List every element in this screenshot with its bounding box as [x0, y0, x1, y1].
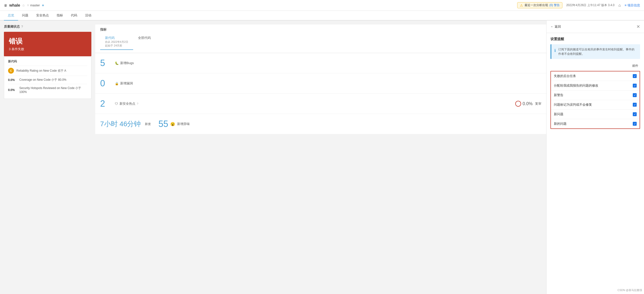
review-label: 复审 [535, 102, 542, 106]
notif-checkbox-3[interactable] [633, 103, 637, 107]
vuln-label: 🔒 新增漏洞 [115, 81, 133, 86]
back-button[interactable]: ← 返回 [550, 25, 561, 29]
quality-gate-title: 质量阈状态 ? [4, 25, 91, 29]
bugs-label: 🐛 新增Bugs [115, 61, 134, 65]
metric-item-vulnerabilities: 0 🔒 新增漏洞 [95, 73, 546, 94]
smells-icon: 😮 [170, 122, 175, 126]
metric-item-bugs: 5 🐛 新增Bugs [95, 53, 546, 73]
metrics-panel: 指标 新代码 自从 2022年4月2日起始于 24天前 全部代码 5 🐛 新增B… [95, 25, 546, 134]
notif-label-0: 失败的后台任务 [554, 74, 576, 78]
nav-item-code[interactable]: 代码 [67, 11, 81, 21]
info-text: 订阅下面的频道可以在相关的事件发生时收到提醒。事件的作者不会收到提醒。 [558, 47, 637, 56]
smells-metric: 55 😮 新增异味 [158, 119, 190, 129]
notif-checkbox-1[interactable] [633, 84, 637, 88]
alert-banner: ⚠ 最近一次分析出现 (0) 警告 [517, 2, 562, 8]
notif-checkbox-5[interactable] [633, 122, 637, 126]
nav-item-activity[interactable]: 活动 [81, 11, 95, 21]
notif-item-2: 新警告 [551, 91, 640, 100]
middle-panel: 指标 新代码 自从 2022年4月2日起始于 24天前 全部代码 5 🐛 新增B… [95, 21, 546, 294]
review-pct: 0.0% [522, 101, 532, 106]
branch-info: ⑂ master [27, 4, 40, 7]
right-panel-body: 设置提醒 ℹ 订阅下面的频道可以在相关的事件发生时收到提醒。事件的作者不会收到提… [546, 33, 644, 133]
vuln-number: 0 [100, 78, 115, 89]
quality-gate-help-icon[interactable]: ? [21, 25, 23, 28]
hotspots-icon: 🛡 [115, 102, 118, 106]
notification-list: 失败的后台任务 分配给我或我报告的问题的修改 新警告 问题标记为误判或不会修复 … [550, 71, 640, 129]
nav-item-security-hotspots[interactable]: 安全热点 [32, 11, 53, 21]
settings-title: 设置提醒 [550, 37, 640, 41]
email-label: 邮件 [550, 63, 640, 69]
topbar: 🖥 whale ☆ ⑂ master + ⚠ 最近一次分析出现 (0) 警告 2… [0, 0, 644, 11]
meta-info: 2022年4月26日 上午11:47 版本 3.4.0 [566, 3, 614, 7]
review-circle-icon [515, 101, 521, 107]
notif-item-3: 问题标记为误判或不会修复 [551, 100, 640, 110]
review-circle-metric: 0.0% [515, 101, 532, 107]
hotspots-help-icon[interactable]: ? [137, 102, 138, 105]
metric-item-debt: 7小时 46分钟 新债 55 😮 新增异味 [95, 114, 546, 134]
project-info-button[interactable]: ≡ 项目信息 [625, 3, 640, 8]
notif-item-5: 新的问题 [551, 119, 640, 128]
topbar-right: ⚠ 最近一次分析出现 (0) 警告 2022年4月26日 上午11:47 版本 … [517, 2, 640, 8]
info-icon: ℹ [554, 48, 556, 56]
vuln-icon: 🔒 [115, 82, 119, 85]
error-title: 错误 [9, 37, 86, 46]
branch-name: master [30, 4, 40, 7]
close-button[interactable]: ✕ [636, 24, 640, 29]
debt-number: 7小时 46分钟 [100, 119, 141, 129]
nav-item-metrics[interactable]: 指标 [53, 11, 67, 21]
tab-all-code[interactable]: 全部代码 [133, 34, 156, 50]
add-branch-button[interactable]: + [42, 3, 44, 8]
notif-label-1: 分配给我或我报告的问题的修改 [554, 83, 598, 88]
branch-icon: ⑂ [27, 4, 29, 7]
notif-checkbox-4[interactable] [633, 112, 637, 116]
notif-label-3: 问题标记为误判或不会修复 [554, 103, 592, 107]
bugs-number: 5 [100, 58, 115, 68]
watermark: CSDN @喜马拉雅强 [618, 288, 642, 292]
navbar: 总览 问题 安全热点 指标 代码 活动 [0, 11, 644, 21]
app-title: whale [9, 3, 20, 8]
info-box: ℹ 订阅下面的频道可以在相关的事件发生时收到提醒。事件的作者不会收到提醒。 [550, 44, 640, 59]
email-section: 邮件 [550, 63, 640, 69]
coverage-desc: Coverage on New Code 小于 80.0% [19, 78, 66, 82]
notif-checkbox-0[interactable] [633, 74, 637, 78]
nav-item-issues[interactable]: 问题 [18, 11, 32, 21]
metric-row-coverage: 0.0% Coverage on New Code 小于 80.0% [8, 76, 87, 84]
metric-item-hotspots: 2 🛡 新安全热点 ? 0.0% 复审 [95, 94, 546, 114]
main-layout: 质量阈状态 ? 错误 3 条件失败 新代码 C Reliability Rati… [0, 21, 644, 294]
hotspots-right: 0.0% 复审 [515, 101, 542, 107]
topbar-left: 🖥 whale ☆ ⑂ master + [4, 3, 514, 8]
browser-icon: 🖥 [4, 4, 7, 7]
hotspots-label: 🛡 新安全热点 ? [115, 102, 138, 106]
security-desc: Security Hotspots Reviewed on New Code 小… [19, 86, 87, 94]
reliability-desc: Reliability Rating on New Code 劣于 A [16, 69, 66, 73]
home-icon[interactable]: ⌂ [618, 3, 621, 8]
smells-label: 新增异味 [177, 122, 190, 126]
notif-item-0: 失败的后台任务 [551, 71, 640, 81]
notif-label-5: 新的问题 [554, 122, 566, 126]
coverage-value: 0.0% [8, 78, 17, 82]
notif-label-2: 新警告 [554, 93, 564, 97]
metric-row-reliability: C Reliability Rating on New Code 劣于 A [8, 66, 87, 76]
alert-text: 最近一次分析出现 [524, 3, 548, 7]
notif-item-1: 分配给我或我报告的问题的修改 [551, 81, 640, 91]
metrics-section-title: 指标 [100, 27, 542, 32]
notif-label-4: 新问题 [554, 112, 564, 116]
left-panel: 质量阈状态 ? 错误 3 条件失败 新代码 C Reliability Rati… [0, 21, 95, 294]
bugs-icon: 🐛 [115, 61, 119, 65]
tab-new-code[interactable]: 新代码 自从 2022年4月2日起始于 24天前 [100, 34, 133, 50]
star-icon[interactable]: ☆ [22, 4, 25, 7]
smells-number: 55 [158, 119, 168, 129]
notif-checkbox-2[interactable] [633, 93, 637, 97]
alert-link[interactable]: (0) 警告 [550, 3, 560, 7]
reliability-badge: C [8, 68, 14, 74]
metrics-tabs: 新代码 自从 2022年4月2日起始于 24天前 全部代码 [100, 34, 542, 50]
new-code-title: 新代码 [8, 60, 87, 64]
metrics-header: 指标 新代码 自从 2022年4月2日起始于 24天前 全部代码 [95, 25, 546, 53]
alert-icon: ⚠ [520, 4, 523, 7]
nav-item-overview[interactable]: 总览 [4, 11, 18, 21]
error-subtitle: 3 条件失败 [9, 47, 86, 51]
new-code-section: 新代码 C Reliability Rating on New Code 劣于 … [4, 56, 91, 99]
quality-error-box: 错误 3 条件失败 [4, 32, 91, 56]
security-value: 0.0% [8, 88, 17, 92]
hotspots-number: 2 [100, 99, 115, 109]
